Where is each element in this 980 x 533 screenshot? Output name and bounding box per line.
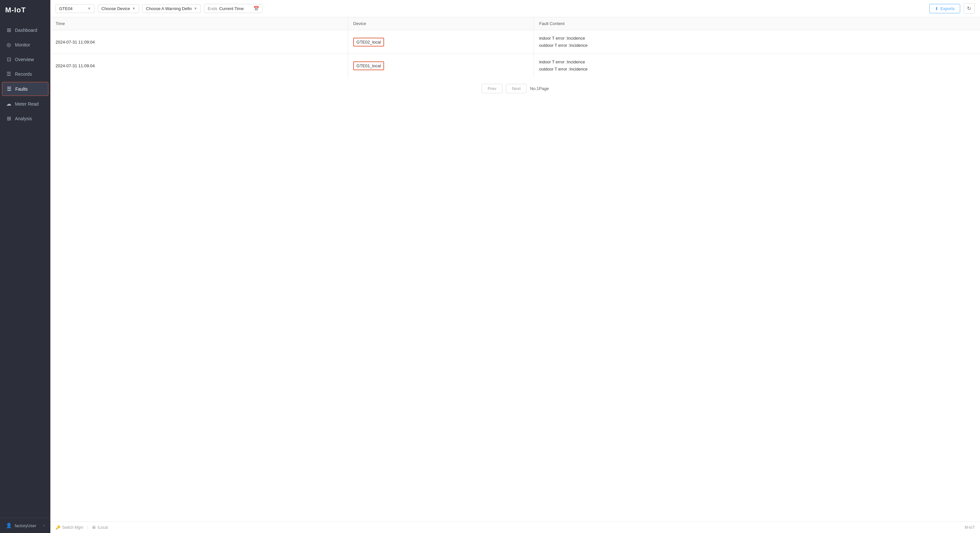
monitor-icon: ◎ xyxy=(6,41,12,48)
sidebar-item-label: Dashboard xyxy=(15,28,37,33)
sidebar-item-monitor[interactable]: ◎ Monitor xyxy=(0,37,50,52)
cell-time: 2024-07-31 11:09:04 xyxy=(50,54,348,78)
warning-select-placeholder: Choose A Warning Defin xyxy=(146,6,192,11)
sidebar-item-dashboard[interactable]: ⊞ Dashboard xyxy=(0,23,50,37)
cell-fault-content: indoor T error :Incidenceoutdoor T error… xyxy=(534,54,980,78)
fault-line: outdoor T error :Incidence xyxy=(539,66,975,73)
calendar-icon: 📅 xyxy=(253,6,259,11)
warning-select-arrow: ▼ xyxy=(194,6,197,10)
sidebar-item-overview[interactable]: ⊡ Overview xyxy=(0,52,50,67)
bottom-divider: | xyxy=(87,525,88,530)
local-label: lLocal xyxy=(97,525,108,530)
exports-download-icon: ⬇ xyxy=(935,6,939,11)
key-icon: 🔑 xyxy=(56,525,60,530)
local-item[interactable]: 🏛 lLocal xyxy=(92,525,108,530)
table-row: 2024-07-31 11:09:04GTE01_localindoor T e… xyxy=(50,54,980,78)
col-header-time: Time xyxy=(50,17,348,30)
device-select[interactable]: Choose Device ▼ xyxy=(98,4,139,13)
device-name: GTE01_local xyxy=(353,61,384,70)
sidebar-nav: ⊞ Dashboard ◎ Monitor ⊡ Overview ☰ Recor… xyxy=(0,20,50,518)
group-select-arrow: ▼ xyxy=(88,6,91,10)
sidebar-item-faults[interactable]: ☰ Faults xyxy=(2,82,48,96)
device-name: GTE02_local xyxy=(353,38,384,46)
page-info: No.1Page xyxy=(530,86,549,91)
cell-fault-content: indoor T error :Incidenceoutdoor T error… xyxy=(534,30,980,54)
meter-read-icon: ☁ xyxy=(6,101,12,107)
cell-time: 2024-07-31 11:09:04 xyxy=(50,30,348,54)
sidebar-user-label: factoryUser xyxy=(14,523,36,528)
bottom-brand: M-IoT xyxy=(965,525,975,530)
fault-line: outdoor T error :Incidence xyxy=(539,42,975,49)
overview-icon: ⊡ xyxy=(6,56,12,62)
dashboard-icon: ⊞ xyxy=(6,27,12,33)
group-select-value: GTE04 xyxy=(59,6,72,11)
sidebar-item-label: Records xyxy=(15,72,32,77)
exports-label: Exports xyxy=(940,6,955,11)
exports-button[interactable]: ⬇ Exports xyxy=(929,4,960,13)
user-icon: 👤 xyxy=(6,523,12,528)
refresh-icon: ↻ xyxy=(967,6,971,11)
main-content: GTE04 ▼ Choose Device ▼ Choose A Warning… xyxy=(50,0,980,533)
sidebar-item-records[interactable]: ☰ Records xyxy=(0,67,50,81)
sidebar-item-label: Meter Read xyxy=(15,102,39,107)
sidebar-footer[interactable]: 👤 factoryUser › xyxy=(0,518,50,533)
next-button[interactable]: Next xyxy=(506,84,527,93)
fault-line: indoor T error :Incidence xyxy=(539,35,975,42)
cell-device: GTE02_local xyxy=(348,30,534,54)
content-area: Time Device Fault Content 2024-07-31 11:… xyxy=(50,17,980,522)
analysis-icon: ⊞ xyxy=(6,115,12,121)
ends-label: Ends xyxy=(208,6,217,11)
logo-text: M-IoT xyxy=(5,6,26,14)
group-select[interactable]: GTE04 ▼ xyxy=(56,4,95,13)
pagination: Prev Next No.1Page xyxy=(50,77,980,100)
switch-mgm-item[interactable]: 🔑 Switch Mgm xyxy=(56,525,83,530)
sidebar-logo: M-IoT xyxy=(0,0,50,20)
sidebar-item-analysis[interactable]: ⊞ Analysis xyxy=(0,111,50,126)
switch-mgm-label: Switch Mgm xyxy=(62,525,83,530)
sidebar: M-IoT ⊞ Dashboard ◎ Monitor ⊡ Overview ☰… xyxy=(0,0,50,533)
building-icon: 🏛 xyxy=(92,525,96,530)
col-header-device: Device xyxy=(348,17,534,30)
records-icon: ☰ xyxy=(6,71,12,77)
sidebar-item-label: Faults xyxy=(15,86,28,92)
bottom-bar: 🔑 Switch Mgm | 🏛 lLocal M-IoT xyxy=(50,522,980,533)
fault-line: indoor T error :Incidence xyxy=(539,59,975,66)
sidebar-item-meter-read[interactable]: ☁ Meter Read xyxy=(0,97,50,111)
sidebar-item-label: Analysis xyxy=(15,116,32,121)
col-header-fault: Fault Content xyxy=(534,17,980,30)
ends-box[interactable]: Ends Current Time 📅 xyxy=(204,4,262,13)
sidebar-item-label: Overview xyxy=(15,57,34,62)
sidebar-footer-arrow: › xyxy=(43,523,45,527)
cell-device: GTE01_local xyxy=(348,54,534,78)
faults-icon: ☰ xyxy=(6,86,12,92)
prev-button[interactable]: Prev xyxy=(482,84,503,93)
table-row: 2024-07-31 11:09:04GTE02_localindoor T e… xyxy=(50,30,980,54)
device-select-placeholder: Choose Device xyxy=(101,6,130,11)
warning-select[interactable]: Choose A Warning Defin ▼ xyxy=(142,4,201,13)
fault-table: Time Device Fault Content 2024-07-31 11:… xyxy=(50,17,980,77)
device-select-arrow: ▼ xyxy=(132,6,135,10)
refresh-button[interactable]: ↻ xyxy=(963,3,975,14)
topbar: GTE04 ▼ Choose Device ▼ Choose A Warning… xyxy=(50,0,980,17)
sidebar-item-label: Monitor xyxy=(15,42,30,48)
ends-value: Current Time xyxy=(220,6,251,11)
